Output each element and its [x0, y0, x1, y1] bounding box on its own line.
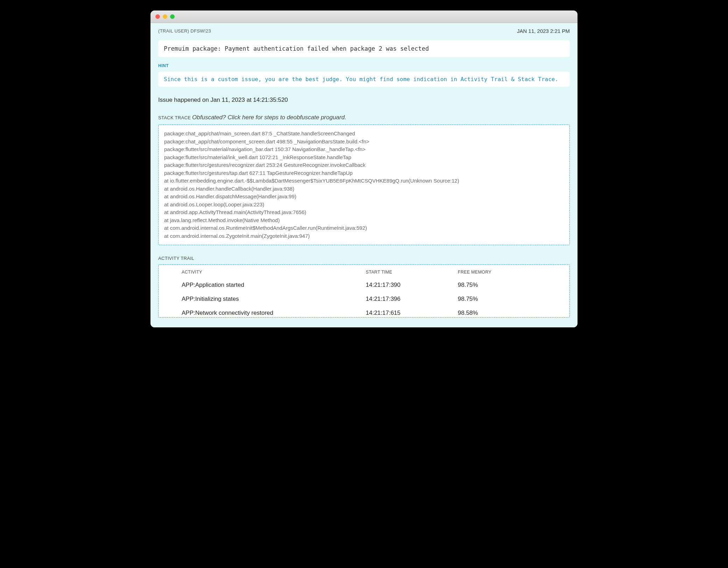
stack-trace-line: package:chat_app/chat/component_screen.d…	[164, 138, 564, 146]
stack-trace-line: at android.app.ActivityThread.main(Activ…	[164, 208, 564, 216]
traffic-lights	[155, 14, 175, 19]
stack-trace-label-row: STACK TRACE Obfuscated? Click here for s…	[158, 114, 570, 121]
activity-row: APP:Initializing states14:21:17:39698.75…	[164, 292, 564, 306]
stack-trace-line: at io.flutter.embedding.engine.dart.-$$L…	[164, 177, 564, 185]
stack-trace-line: package:flutter/src/material/ink_well.da…	[164, 154, 564, 162]
activity-cell-free-memory: 98.75%	[458, 296, 550, 303]
stack-trace-line: at android.os.Looper.loop(Looper.java:22…	[164, 201, 564, 209]
activity-cell-activity: APP:Network connectivity restored	[182, 310, 366, 317]
col-free-memory: FREE MEMORY	[458, 270, 550, 275]
close-icon[interactable]	[155, 14, 160, 19]
maximize-icon[interactable]	[170, 14, 175, 19]
window-titlebar	[150, 10, 578, 23]
app-window: (TRAIL USER) DFSW!23 JAN 11, 2023 2:21 P…	[150, 10, 578, 327]
activity-cell-activity: APP:Initializing states	[182, 296, 366, 303]
activity-cell-start-time: 14:21:17:396	[366, 296, 458, 303]
deobfuscate-link[interactable]: Obfuscated? Click here for steps to deob…	[192, 114, 346, 121]
content-area: (TRAIL USER) DFSW!23 JAN 11, 2023 2:21 P…	[150, 23, 578, 327]
stack-trace-line: package:flutter/src/gestures/recognizer.…	[164, 161, 564, 169]
hint-label: HINT	[158, 63, 570, 68]
activity-table: ACTIVITY START TIME FREE MEMORY APP:Appl…	[164, 268, 564, 317]
activity-row: APP:Network connectivity restored14:21:1…	[164, 306, 564, 317]
activity-cell-start-time: 14:21:17:390	[366, 282, 458, 289]
minimize-icon[interactable]	[163, 14, 167, 19]
activity-cell-start-time: 14:21:17:615	[366, 310, 458, 317]
stack-trace-line: at com.android.internal.os.ZygoteInit.ma…	[164, 232, 564, 240]
activity-trail-box: ACTIVITY START TIME FREE MEMORY APP:Appl…	[158, 264, 570, 318]
user-label: (TRAIL USER) DFSW!23	[158, 28, 211, 34]
activity-trail-label: ACTIVITY TRAIL	[158, 256, 570, 261]
stack-trace-line: at java.lang.reflect.Method.invoke(Nativ…	[164, 216, 564, 225]
activity-cell-free-memory: 98.58%	[458, 310, 550, 317]
stack-trace-line: at com.android.internal.os.RuntimeInit$M…	[164, 224, 564, 232]
col-activity: ACTIVITY	[182, 270, 366, 275]
stack-trace-line: package:chat_app/chat/main_screen.dart 8…	[164, 130, 564, 138]
issue-time: Issue happened on Jan 11, 2023 at 14:21:…	[158, 97, 570, 104]
header-timestamp: JAN 11, 2023 2:21 PM	[517, 28, 570, 34]
activity-cell-activity: APP:Application started	[182, 282, 366, 289]
stack-trace-box: package:chat_app/chat/main_screen.dart 8…	[158, 125, 570, 245]
col-start-time: START TIME	[366, 270, 458, 275]
activity-row: APP:Application started14:21:17:39098.75…	[164, 278, 564, 292]
stack-trace-line: package:flutter/src/material/navigation_…	[164, 145, 564, 154]
hint-text: Since this is a custom issue, you are th…	[158, 72, 570, 87]
header-row: (TRAIL USER) DFSW!23 JAN 11, 2023 2:21 P…	[158, 28, 570, 34]
stack-trace-line: at android.os.Handler.dispatchMessage(Ha…	[164, 193, 564, 201]
stack-trace-label: STACK TRACE	[158, 115, 191, 120]
activity-cell-free-memory: 98.75%	[458, 282, 550, 289]
stack-trace-line: package:flutter/src/gestures/tap.dart 62…	[164, 169, 564, 177]
activity-table-header: ACTIVITY START TIME FREE MEMORY	[164, 268, 564, 278]
issue-title: Premuim package: Payment authentication …	[158, 40, 570, 57]
stack-trace-line: at android.os.Handler.handleCallback(Han…	[164, 185, 564, 193]
